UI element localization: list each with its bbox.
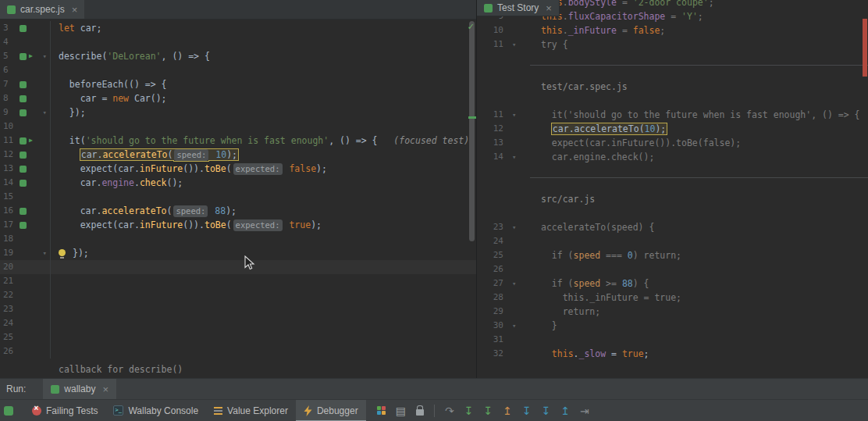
fold-icon[interactable]: ▾ bbox=[512, 277, 516, 291]
gutter[interactable]: 23 bbox=[0, 302, 51, 316]
code-text[interactable]: }); bbox=[51, 105, 476, 120]
close-tab-icon[interactable]: × bbox=[72, 4, 78, 16]
gutter[interactable]: 24 bbox=[477, 234, 530, 248]
line-number[interactable]: 23 bbox=[477, 220, 503, 234]
step-out-icon[interactable]: ↥ bbox=[503, 405, 512, 416]
wallaby-coverage-icon[interactable] bbox=[20, 95, 27, 102]
code-line[interactable]: 13 expect(car.inFuture()).toBe(expected:… bbox=[0, 162, 476, 176]
code-line[interactable]: 22 bbox=[0, 288, 476, 302]
smart-step-into-icon[interactable]: ↧ bbox=[522, 405, 532, 416]
code-line[interactable]: 25 bbox=[0, 330, 476, 344]
run-test-icon[interactable]: ▶ bbox=[29, 49, 33, 63]
code-line[interactable]: 14▾ car.engine.check(); bbox=[477, 150, 868, 164]
gutter[interactable]: 13 bbox=[477, 136, 530, 150]
wallaby-coverage-icon[interactable] bbox=[20, 137, 27, 144]
line-number[interactable]: 12 bbox=[477, 122, 503, 136]
gutter[interactable]: 32 bbox=[477, 347, 530, 361]
code-line[interactable]: 30▾ } bbox=[477, 319, 868, 333]
code-text[interactable]: car.engine.check(); bbox=[530, 150, 868, 164]
line-number[interactable]: 11 bbox=[3, 134, 17, 148]
code-line[interactable]: 13 expect(car.inFuture()).toBe(false); bbox=[477, 136, 868, 150]
gutter[interactable]: 14▾ bbox=[477, 150, 530, 164]
line-number[interactable]: 16 bbox=[3, 204, 17, 218]
code-text[interactable]: this._inFuture = false; bbox=[530, 23, 868, 37]
gutter[interactable]: 28 bbox=[477, 291, 530, 305]
code-text[interactable]: beforeEach(() => { bbox=[51, 77, 476, 91]
step-over-icon[interactable]: ↷ bbox=[445, 405, 454, 416]
gutter[interactable]: 11▶ bbox=[0, 134, 51, 148]
line-number[interactable]: 8 bbox=[3, 91, 17, 105]
code-text[interactable] bbox=[51, 316, 476, 330]
code-line[interactable]: 27▾ if (speed >= 88) { bbox=[477, 277, 868, 291]
code-text[interactable] bbox=[51, 232, 476, 246]
code-text[interactable]: it('should go to the future when is fast… bbox=[530, 108, 868, 122]
gutter[interactable]: 9▾ bbox=[0, 105, 51, 120]
gutter[interactable] bbox=[477, 206, 530, 220]
code-text[interactable] bbox=[530, 94, 868, 108]
gutter[interactable]: 11▾ bbox=[477, 37, 530, 52]
code-line[interactable]: 15 bbox=[0, 190, 476, 204]
code-text[interactable] bbox=[51, 274, 476, 288]
fold-icon[interactable]: ▾ bbox=[512, 150, 516, 164]
code-text[interactable] bbox=[51, 120, 476, 134]
gutter[interactable]: 4 bbox=[0, 35, 51, 49]
code-text[interactable]: describe('DeLorean', () => { bbox=[51, 49, 476, 63]
coverage-grid-icon[interactable] bbox=[377, 406, 386, 415]
line-number[interactable]: 25 bbox=[477, 248, 503, 262]
line-number[interactable]: 21 bbox=[3, 274, 17, 288]
code-text[interactable]: this._slow = true; bbox=[530, 347, 868, 361]
line-number[interactable]: 19 bbox=[3, 246, 17, 260]
code-text[interactable] bbox=[51, 190, 476, 204]
gutter[interactable]: 20 bbox=[0, 260, 51, 274]
code-text[interactable]: this.fluxCapacitorShape = 'Y'; bbox=[530, 9, 868, 23]
code-line[interactable]: 20 bbox=[0, 260, 476, 274]
line-number[interactable]: 14 bbox=[477, 150, 503, 164]
code-line[interactable]: 10 bbox=[0, 120, 476, 134]
fold-icon[interactable]: ▾ bbox=[512, 220, 516, 234]
code-text[interactable] bbox=[51, 330, 476, 344]
wallaby-toolwindow-icon[interactable] bbox=[4, 406, 13, 416]
debugger-button[interactable]: Debugger bbox=[296, 400, 366, 421]
fold-icon[interactable]: ▾ bbox=[43, 246, 47, 260]
code-text[interactable] bbox=[51, 260, 476, 274]
code-line[interactable]: 9▾ }); bbox=[0, 105, 476, 120]
line-number[interactable]: 26 bbox=[3, 344, 17, 359]
lock-icon[interactable] bbox=[416, 409, 424, 416]
line-number[interactable]: 11 bbox=[477, 108, 503, 122]
line-number[interactable]: 5 bbox=[3, 49, 17, 63]
gutter[interactable]: 25 bbox=[0, 330, 51, 344]
gutter[interactable]: 14 bbox=[0, 176, 51, 190]
line-number[interactable]: 3 bbox=[3, 21, 17, 35]
fold-icon[interactable]: ▾ bbox=[43, 105, 47, 120]
code-text[interactable]: this.bodyStyle = '2-door coupe'; bbox=[530, 0, 868, 9]
mute-breakpoints-icon[interactable]: ⇥ bbox=[580, 405, 589, 416]
gutter[interactable]: 18 bbox=[0, 232, 51, 246]
run-to-cursor-icon[interactable]: ↧ bbox=[542, 405, 551, 416]
gutter[interactable]: 23▾ bbox=[477, 220, 530, 234]
gutter[interactable]: 12 bbox=[477, 122, 530, 136]
line-number[interactable]: 28 bbox=[477, 291, 503, 305]
gutter[interactable]: 31 bbox=[477, 333, 530, 347]
code-text[interactable] bbox=[51, 344, 476, 359]
code-line[interactable]: 5▶▾describe('DeLorean', () => { bbox=[0, 49, 476, 63]
line-number[interactable]: 10 bbox=[477, 23, 503, 37]
line-number[interactable]: 11 bbox=[477, 37, 503, 52]
code-line[interactable]: 11▾try { bbox=[477, 37, 868, 52]
line-number[interactable]: 7 bbox=[3, 77, 17, 91]
gutter[interactable]: 26 bbox=[477, 262, 530, 277]
fold-icon[interactable]: ▾ bbox=[512, 319, 516, 333]
step-into-icon[interactable]: ↧ bbox=[464, 405, 474, 416]
gutter[interactable]: 12 bbox=[0, 148, 51, 162]
code-line[interactable]: 26 bbox=[477, 262, 868, 277]
gutter[interactable]: 21 bbox=[0, 274, 51, 288]
wallaby-coverage-icon[interactable] bbox=[20, 53, 27, 60]
gutter[interactable]: 13 bbox=[0, 162, 51, 176]
code-text[interactable] bbox=[51, 35, 476, 49]
gutter[interactable]: 10 bbox=[477, 23, 530, 37]
left-editor-scrollbar[interactable] bbox=[469, 21, 475, 241]
gutter[interactable]: 29 bbox=[477, 305, 530, 319]
code-text[interactable] bbox=[530, 206, 868, 220]
code-line[interactable]: 31 bbox=[477, 333, 868, 347]
code-line[interactable]: 4 bbox=[0, 35, 476, 49]
line-number[interactable]: 18 bbox=[3, 232, 17, 246]
